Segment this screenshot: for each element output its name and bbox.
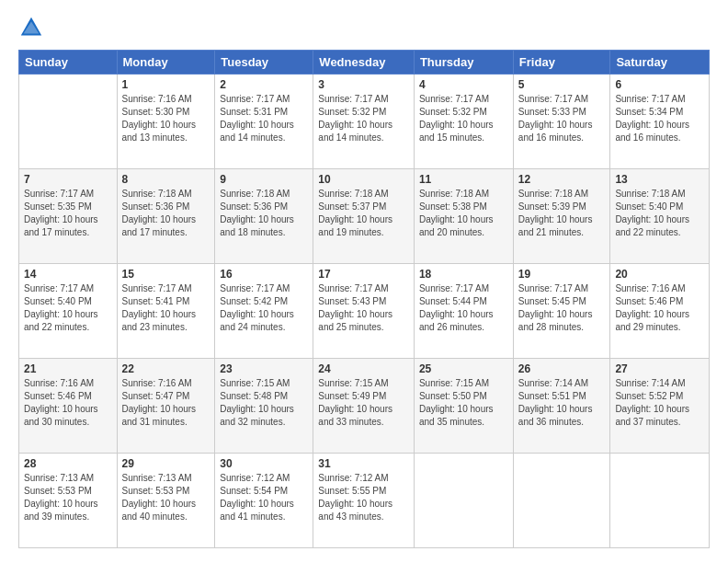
logo-icon [18,15,44,40]
weekday-header: Wednesday [313,51,415,75]
calendar-cell: 24Sunrise: 7:15 AMSunset: 5:49 PMDayligh… [313,359,415,454]
day-info: Sunrise: 7:16 AMSunset: 5:30 PMDaylight:… [122,93,210,144]
day-info: Sunrise: 7:17 AMSunset: 5:40 PMDaylight:… [24,282,112,334]
day-info: Sunrise: 7:16 AMSunset: 5:46 PMDaylight:… [24,377,112,429]
day-info: Sunrise: 7:17 AMSunset: 5:42 PMDaylight:… [220,282,308,334]
day-info: Sunrise: 7:17 AMSunset: 5:41 PMDaylight:… [122,282,210,334]
calendar-cell: 27Sunrise: 7:14 AMSunset: 5:52 PMDayligh… [610,359,710,454]
day-number: 17 [318,268,409,281]
calendar-week-row: 1Sunrise: 7:16 AMSunset: 5:30 PMDaylight… [19,75,710,169]
calendar-cell [610,454,710,548]
day-info: Sunrise: 7:13 AMSunset: 5:53 PMDaylight:… [24,472,112,523]
calendar-cell: 8Sunrise: 7:18 AMSunset: 5:36 PMDaylight… [117,169,215,264]
day-info: Sunrise: 7:17 AMSunset: 5:33 PMDaylight:… [518,93,606,144]
weekday-header: Tuesday [215,51,313,75]
calendar-cell: 4Sunrise: 7:17 AMSunset: 5:32 PMDaylight… [414,75,513,169]
header [18,15,710,40]
day-number: 24 [318,362,409,375]
day-info: Sunrise: 7:13 AMSunset: 5:53 PMDaylight:… [122,472,210,523]
calendar-cell: 2Sunrise: 7:17 AMSunset: 5:31 PMDaylight… [215,75,313,169]
day-number: 31 [318,457,409,470]
calendar-cell: 23Sunrise: 7:15 AMSunset: 5:48 PMDayligh… [215,359,313,454]
calendar-cell: 13Sunrise: 7:18 AMSunset: 5:40 PMDayligh… [610,169,710,264]
weekday-header: Friday [513,51,610,75]
calendar-cell: 11Sunrise: 7:18 AMSunset: 5:38 PMDayligh… [414,169,513,264]
calendar-cell: 28Sunrise: 7:13 AMSunset: 5:53 PMDayligh… [19,454,118,548]
day-number: 2 [220,78,308,91]
weekday-header: Sunday [19,51,118,75]
day-number: 11 [419,173,508,186]
weekday-header: Monday [117,51,215,75]
calendar-cell: 20Sunrise: 7:16 AMSunset: 5:46 PMDayligh… [610,264,710,359]
day-info: Sunrise: 7:17 AMSunset: 5:44 PMDaylight:… [419,282,508,334]
day-number: 8 [122,173,210,186]
day-number: 5 [518,78,606,91]
day-info: Sunrise: 7:17 AMSunset: 5:32 PMDaylight:… [318,93,409,144]
day-number: 12 [518,173,606,186]
calendar-cell [19,75,118,169]
calendar-header-row: SundayMondayTuesdayWednesdayThursdayFrid… [19,51,710,75]
page: SundayMondayTuesdayWednesdayThursdayFrid… [0,0,728,563]
day-info: Sunrise: 7:14 AMSunset: 5:52 PMDaylight:… [615,377,704,429]
day-number: 30 [220,457,308,470]
calendar-cell: 1Sunrise: 7:16 AMSunset: 5:30 PMDaylight… [117,75,215,169]
day-number: 1 [122,78,210,91]
calendar-cell: 12Sunrise: 7:18 AMSunset: 5:39 PMDayligh… [513,169,610,264]
day-info: Sunrise: 7:14 AMSunset: 5:51 PMDaylight:… [518,377,606,429]
day-number: 23 [220,362,308,375]
calendar-cell: 9Sunrise: 7:18 AMSunset: 5:36 PMDaylight… [215,169,313,264]
day-info: Sunrise: 7:16 AMSunset: 5:47 PMDaylight:… [122,377,210,429]
calendar-cell: 31Sunrise: 7:12 AMSunset: 5:55 PMDayligh… [313,454,415,548]
day-info: Sunrise: 7:18 AMSunset: 5:37 PMDaylight:… [318,188,409,239]
day-number: 4 [419,78,508,91]
calendar-week-row: 28Sunrise: 7:13 AMSunset: 5:53 PMDayligh… [19,454,710,548]
day-number: 21 [24,362,112,375]
calendar-cell: 7Sunrise: 7:17 AMSunset: 5:35 PMDaylight… [19,169,118,264]
day-info: Sunrise: 7:17 AMSunset: 5:34 PMDaylight:… [615,93,704,144]
day-number: 6 [615,78,704,91]
day-info: Sunrise: 7:18 AMSunset: 5:36 PMDaylight:… [122,188,210,239]
calendar-week-row: 7Sunrise: 7:17 AMSunset: 5:35 PMDaylight… [19,169,710,264]
calendar-cell: 16Sunrise: 7:17 AMSunset: 5:42 PMDayligh… [215,264,313,359]
day-info: Sunrise: 7:18 AMSunset: 5:36 PMDaylight:… [220,188,308,239]
calendar-cell: 29Sunrise: 7:13 AMSunset: 5:53 PMDayligh… [117,454,215,548]
day-number: 29 [122,457,210,470]
day-info: Sunrise: 7:12 AMSunset: 5:55 PMDaylight:… [318,472,409,523]
calendar-cell: 25Sunrise: 7:15 AMSunset: 5:50 PMDayligh… [414,359,513,454]
day-info: Sunrise: 7:17 AMSunset: 5:43 PMDaylight:… [318,282,409,334]
day-number: 19 [518,268,606,281]
day-number: 28 [24,457,112,470]
day-info: Sunrise: 7:17 AMSunset: 5:35 PMDaylight:… [24,188,112,239]
calendar-week-row: 14Sunrise: 7:17 AMSunset: 5:40 PMDayligh… [19,264,710,359]
calendar-cell: 17Sunrise: 7:17 AMSunset: 5:43 PMDayligh… [313,264,415,359]
day-info: Sunrise: 7:18 AMSunset: 5:40 PMDaylight:… [615,188,704,239]
logo [18,15,48,40]
calendar-cell: 26Sunrise: 7:14 AMSunset: 5:51 PMDayligh… [513,359,610,454]
day-number: 3 [318,78,409,91]
day-info: Sunrise: 7:17 AMSunset: 5:32 PMDaylight:… [419,93,508,144]
day-info: Sunrise: 7:17 AMSunset: 5:31 PMDaylight:… [220,93,308,144]
calendar-cell: 15Sunrise: 7:17 AMSunset: 5:41 PMDayligh… [117,264,215,359]
calendar-cell: 21Sunrise: 7:16 AMSunset: 5:46 PMDayligh… [19,359,118,454]
calendar-cell: 6Sunrise: 7:17 AMSunset: 5:34 PMDaylight… [610,75,710,169]
day-info: Sunrise: 7:15 AMSunset: 5:49 PMDaylight:… [318,377,409,429]
day-info: Sunrise: 7:16 AMSunset: 5:46 PMDaylight:… [615,282,704,334]
day-number: 13 [615,173,704,186]
day-number: 16 [220,268,308,281]
calendar-table: SundayMondayTuesdayWednesdayThursdayFrid… [18,50,710,548]
calendar-cell: 14Sunrise: 7:17 AMSunset: 5:40 PMDayligh… [19,264,118,359]
calendar-cell: 5Sunrise: 7:17 AMSunset: 5:33 PMDaylight… [513,75,610,169]
calendar-week-row: 21Sunrise: 7:16 AMSunset: 5:46 PMDayligh… [19,359,710,454]
day-number: 10 [318,173,409,186]
day-number: 20 [615,268,704,281]
day-number: 22 [122,362,210,375]
calendar-cell [414,454,513,548]
day-number: 25 [419,362,508,375]
calendar-cell: 10Sunrise: 7:18 AMSunset: 5:37 PMDayligh… [313,169,415,264]
day-info: Sunrise: 7:12 AMSunset: 5:54 PMDaylight:… [220,472,308,523]
weekday-header: Saturday [610,51,710,75]
day-info: Sunrise: 7:18 AMSunset: 5:39 PMDaylight:… [518,188,606,239]
day-number: 15 [122,268,210,281]
calendar-cell: 18Sunrise: 7:17 AMSunset: 5:44 PMDayligh… [414,264,513,359]
day-number: 7 [24,173,112,186]
